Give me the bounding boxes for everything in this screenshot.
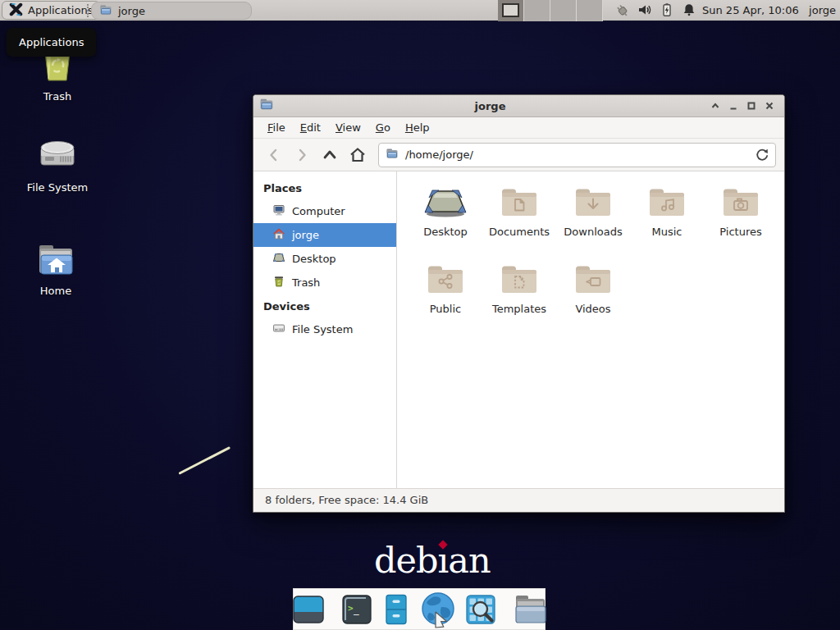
taskbar-window-button[interactable]: jorge	[91, 2, 252, 20]
workspace-switcher[interactable]	[498, 0, 603, 21]
folder-tile-videos[interactable]: Videos	[556, 262, 630, 339]
menu-view[interactable]: View	[328, 118, 368, 137]
trash-icon	[272, 275, 285, 290]
folder-tile-downloads[interactable]: Downloads	[556, 185, 630, 262]
back-button[interactable]	[262, 144, 286, 167]
shade-button[interactable]	[706, 98, 724, 114]
sidebar-devices-header: Devices	[253, 294, 396, 317]
applications-menu-button[interactable]: Applications	[2, 1, 100, 20]
sidebar-item-label: Trash	[292, 276, 320, 289]
sidebar-item-label: Computer	[292, 205, 345, 217]
desktop-icon	[272, 251, 285, 267]
drive-icon	[272, 322, 285, 337]
sidebar-item-filesystem[interactable]: File System	[253, 317, 396, 341]
sidebar-item-label: jorge	[292, 229, 319, 241]
forward-button[interactable]	[290, 144, 314, 167]
workspace-1[interactable]	[498, 0, 524, 21]
panel-username[interactable]: jorge	[809, 0, 836, 21]
downloads-folder-icon	[573, 185, 613, 222]
sidebar-item-trash[interactable]: Trash	[253, 271, 396, 294]
desktop-icon-filesystem[interactable]: File System	[15, 136, 100, 194]
templates-folder-icon	[500, 262, 539, 299]
desktop-background: Applications jorge	[0, 0, 840, 630]
menu-file[interactable]: File	[260, 118, 293, 137]
window-titlebar[interactable]: jorge	[253, 95, 784, 117]
home-icon	[272, 227, 285, 243]
videos-folder-icon	[573, 262, 613, 299]
folder-label: Pictures	[704, 226, 778, 238]
debian-wordmark: debıan	[374, 540, 491, 581]
show-desktop-icon[interactable]	[291, 594, 326, 625]
folder-label: Downloads	[556, 226, 630, 238]
folder-tile-pictures[interactable]: Pictures	[704, 185, 778, 262]
volume-icon[interactable]	[637, 2, 652, 20]
desktop-icon-label: Trash	[15, 90, 100, 103]
desktop-icon-label: File System	[15, 181, 100, 194]
file-cabinet-icon[interactable]	[381, 593, 412, 626]
workspace-2[interactable]	[524, 0, 550, 21]
home-button[interactable]	[345, 144, 370, 167]
notifications-icon[interactable]	[682, 2, 696, 20]
location-bar[interactable]: /home/jorge/	[378, 143, 776, 167]
web-browser-icon[interactable]	[419, 591, 457, 628]
document-folder-icon	[500, 185, 539, 222]
sidebar-item-label: File System	[292, 323, 353, 336]
sidebar-item-label: Desktop	[292, 253, 336, 265]
location-path[interactable]: /home/jorge/	[405, 148, 473, 161]
folder-label: Public	[409, 303, 482, 315]
menu-help[interactable]: Help	[398, 118, 437, 137]
desktop-icon-label: Home	[13, 285, 98, 297]
desktop-icon	[422, 185, 469, 222]
sidebar-places-header: Places	[253, 176, 396, 199]
reload-button[interactable]	[755, 148, 769, 162]
window-body: Places Computer	[253, 171, 784, 488]
file-manager-window: jorge File Edit View Go Help	[253, 94, 785, 513]
window-title: jorge	[274, 100, 706, 112]
public-folder-icon	[426, 262, 465, 299]
terminal-icon[interactable]: > _	[340, 593, 373, 626]
folder-label: Music	[630, 226, 704, 238]
sidebar-item-desktop[interactable]: Desktop	[253, 247, 396, 271]
folder-tile-public[interactable]: Public	[409, 262, 482, 339]
menubar: File Edit View Go Help	[253, 117, 784, 139]
minimize-button[interactable]	[724, 98, 742, 114]
file-manager-icon[interactable]	[512, 593, 548, 626]
panel-grip-handle[interactable]	[87, 4, 89, 17]
window-folder-icon	[259, 97, 274, 115]
pictures-folder-icon	[721, 185, 760, 222]
sidebar-item-jorge[interactable]: jorge	[253, 223, 396, 247]
sidebar-item-computer[interactable]: Computer	[253, 199, 396, 223]
folder-tile-desktop[interactable]: Desktop	[409, 185, 482, 262]
svg-text:>: >	[348, 603, 354, 614]
folder-tile-documents[interactable]: Documents	[482, 185, 556, 262]
dock: > _	[293, 588, 546, 630]
folder-view: Desktop Documents	[397, 171, 784, 488]
top-panel: Applications jorge	[0, 0, 840, 21]
panel-clock[interactable]: Sun 25 Apr, 10:06	[702, 0, 799, 21]
sidebar: Places Computer	[253, 171, 397, 488]
folder-label: Documents	[482, 226, 556, 238]
menu-edit[interactable]: Edit	[293, 118, 328, 137]
drive-icon	[36, 163, 79, 179]
workspace-4[interactable]	[577, 0, 603, 21]
pathbar-folder-icon	[386, 147, 399, 162]
applications-tooltip: Applications	[7, 28, 96, 57]
toolbar: /home/jorge/	[253, 139, 784, 171]
statusbar: 8 folders, Free space: 14.4 GiB	[253, 488, 784, 512]
app-finder-icon[interactable]	[464, 593, 497, 626]
desktop-icon-home[interactable]: Home	[13, 243, 98, 297]
maximize-button[interactable]	[742, 98, 760, 114]
network-icon[interactable]	[614, 2, 630, 21]
up-button[interactable]	[317, 144, 342, 167]
workspace-3[interactable]	[550, 0, 577, 21]
applications-menu-label: Applications	[28, 4, 93, 16]
trash-icon	[36, 72, 79, 88]
battery-icon[interactable]	[660, 2, 674, 20]
folder-tile-music[interactable]: Music	[630, 185, 704, 262]
workspace-window-thumb	[502, 3, 519, 17]
folder-tile-templates[interactable]: Templates	[482, 262, 556, 339]
taskbar-window-label: jorge	[118, 5, 145, 17]
computer-icon	[272, 203, 285, 219]
menu-go[interactable]: Go	[368, 118, 398, 137]
close-button[interactable]	[760, 98, 778, 114]
